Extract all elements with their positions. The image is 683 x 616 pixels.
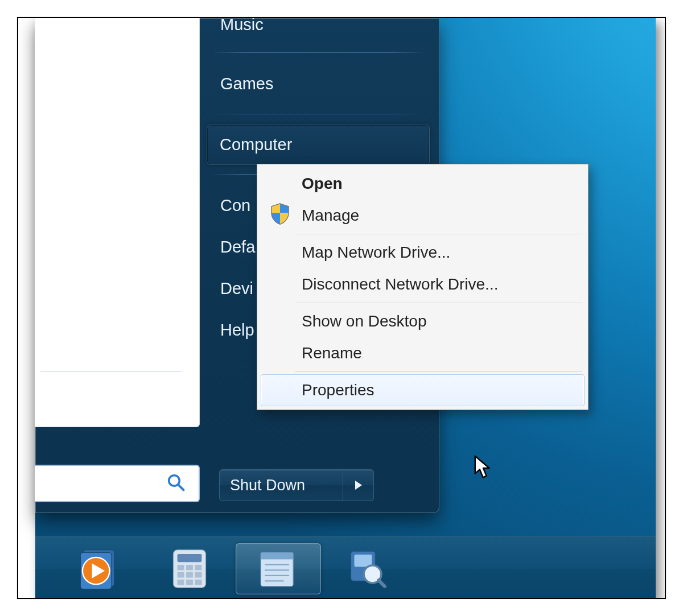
ctx-manage[interactable]: Manage <box>261 200 585 231</box>
ctx-map-network-drive[interactable]: Map Network Drive... <box>261 237 585 268</box>
cursor-icon <box>474 455 496 483</box>
svg-rect-12 <box>186 572 193 577</box>
svg-rect-10 <box>195 564 202 570</box>
ctx-rename[interactable]: Rename <box>261 337 585 369</box>
ctx-show-on-desktop[interactable]: Show on Desktop <box>261 305 585 337</box>
separator <box>295 234 582 234</box>
start-item-computer[interactable]: Computer <box>207 125 430 165</box>
svg-rect-8 <box>178 564 184 570</box>
svg-rect-14 <box>178 580 184 585</box>
svg-rect-9 <box>186 564 193 570</box>
separator <box>295 371 582 372</box>
svg-line-1 <box>178 485 183 490</box>
search-icon <box>166 472 186 495</box>
divider <box>211 52 425 53</box>
divider <box>40 371 182 372</box>
search-input[interactable] <box>35 465 200 502</box>
svg-line-26 <box>378 580 385 586</box>
triangle-right-icon <box>355 481 362 490</box>
ctx-manage-label: Manage <box>302 206 359 225</box>
taskbar <box>35 536 656 599</box>
context-menu: Open Manage Map Network Drive... Disconn… <box>257 164 589 410</box>
start-menu-left-panel <box>35 18 200 427</box>
shutdown-button[interactable]: Shut Down <box>219 469 343 501</box>
svg-rect-13 <box>195 572 202 577</box>
shutdown-options-button[interactable] <box>343 469 374 501</box>
ctx-properties[interactable]: Properties <box>261 374 585 406</box>
calculator-icon <box>168 547 211 590</box>
magnifier-icon <box>345 547 389 590</box>
svg-rect-24 <box>354 555 372 567</box>
divider <box>211 114 425 114</box>
taskbar-item-notepad[interactable] <box>236 543 321 594</box>
notepad-icon <box>257 547 300 590</box>
separator <box>295 303 582 303</box>
taskbar-item-media-player[interactable] <box>58 543 143 594</box>
taskbar-item-magnifier[interactable] <box>324 543 410 594</box>
start-item-music[interactable]: Music <box>207 17 430 43</box>
ctx-open[interactable]: Open <box>261 168 585 200</box>
uac-shield-icon <box>269 202 291 229</box>
ctx-disconnect-network-drive[interactable]: Disconnect Network Drive... <box>261 268 585 300</box>
svg-rect-18 <box>261 552 293 559</box>
shutdown-label: Shut Down <box>230 477 305 494</box>
media-player-icon <box>79 547 122 590</box>
taskbar-item-calculator[interactable] <box>147 543 232 594</box>
start-item-games[interactable]: Games <box>207 63 430 105</box>
svg-rect-7 <box>178 553 202 561</box>
svg-rect-15 <box>186 580 193 585</box>
svg-rect-11 <box>178 572 184 577</box>
svg-rect-16 <box>195 580 202 585</box>
